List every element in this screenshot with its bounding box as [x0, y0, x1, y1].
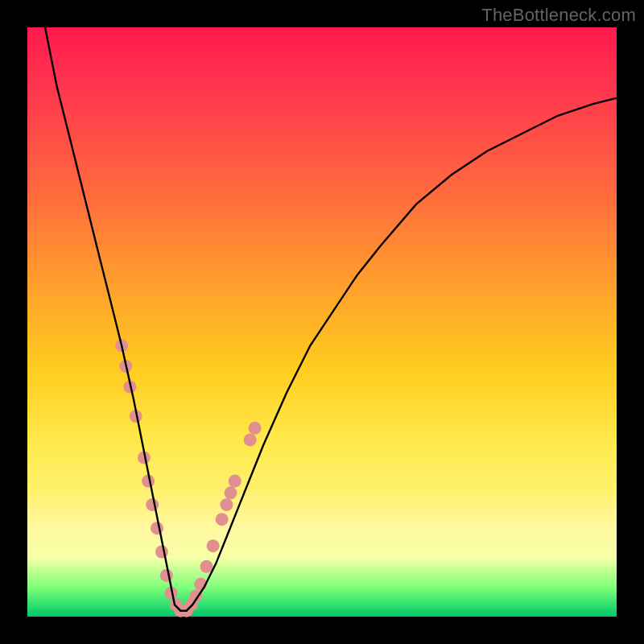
- marker-dot: [249, 422, 262, 435]
- marker-dot: [155, 546, 168, 559]
- watermark-text: TheBottleneck.com: [481, 5, 636, 26]
- bottleneck-curve: [45, 27, 617, 611]
- marker-dot: [151, 522, 163, 535]
- marker-dot: [216, 513, 229, 526]
- marker-dot: [160, 569, 173, 582]
- marker-dot: [146, 498, 159, 511]
- marker-layer: [115, 339, 262, 617]
- marker-dot: [229, 475, 242, 488]
- marker-dot: [244, 433, 257, 446]
- chart-frame: TheBottleneck.com: [0, 0, 644, 644]
- marker-dot: [220, 498, 233, 511]
- chart-svg: [27, 27, 617, 617]
- plot-area: [27, 27, 617, 617]
- marker-dot: [200, 560, 213, 573]
- marker-dot: [207, 539, 220, 552]
- marker-dot: [225, 486, 237, 499]
